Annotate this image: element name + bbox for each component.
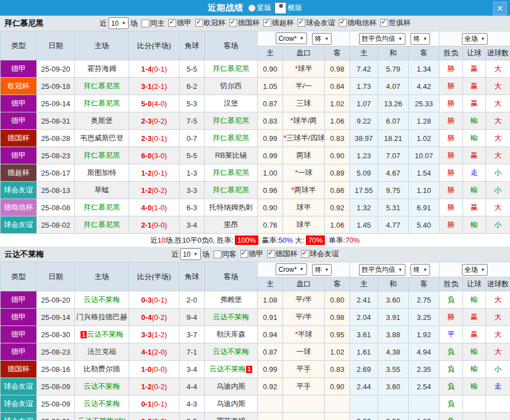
europe-odds-select[interactable]: 胜平负均值 xyxy=(359,33,405,45)
team-name-link[interactable]: 云达不莱梅 xyxy=(84,382,120,390)
team-name-link[interactable]: 拜仁慕尼黑 xyxy=(84,151,120,159)
team-name-link[interactable]: 拜仁慕尼黑 xyxy=(84,99,120,107)
recent-results-panel: 近期战绩 竖版 横版 拜仁慕尼黑 近 10 场 同主 德甲欧冠杯德国杯德超杯球会… xyxy=(0,0,510,420)
team-name-link[interactable]: 云达不莱梅 xyxy=(84,295,120,304)
away-team-cell: 弗赖堡 xyxy=(205,291,258,309)
team-name-link[interactable]: 拜仁慕尼黑 xyxy=(84,203,120,211)
final-odds-select-2[interactable]: 终 xyxy=(410,33,430,45)
score-cell: 1-0(0-0) xyxy=(129,361,180,378)
corner-cell: 3-4 xyxy=(180,216,205,234)
team-name-link[interactable]: 拜仁慕尼黑 xyxy=(213,64,249,73)
europe-draw-odds-cell: 6.07 xyxy=(378,112,409,130)
scope-select[interactable]: 全场 xyxy=(462,33,488,45)
team-name-link[interactable]: 乌迪内斯 xyxy=(216,399,245,408)
live-line-star: * xyxy=(291,186,294,194)
score-cell: 0-4(0-2) xyxy=(129,309,180,326)
match-count-select[interactable]: 10 xyxy=(180,248,200,260)
team-name-link[interactable]: 拜仁慕尼黑 xyxy=(213,116,249,125)
filter-controls: 近 10 场 同主 德甲欧冠杯德国杯德超杯球会友谊德电信杯世俱杯 xyxy=(100,17,410,29)
team-name-link[interactable]: 乌迪内斯 xyxy=(216,382,245,390)
sub-header-eu-away: 客 xyxy=(409,46,440,60)
scope-group-header: 全场 xyxy=(440,262,510,277)
goals-result-cell: 大 xyxy=(486,95,510,112)
match-count-select[interactable]: 10 xyxy=(108,17,129,29)
match-row: 德甲25-09-14门兴格拉德巴赫0-4(0-2)9-4云达不莱梅0.91平/半… xyxy=(1,309,510,326)
league-filter-checkbox[interactable]: 德甲 xyxy=(237,249,263,259)
team-name-link[interactable]: 云达不莱梅 xyxy=(87,330,124,338)
team-name-link[interactable]: 云达不莱梅 xyxy=(84,399,120,408)
league-filter-checkbox[interactable]: 欧冠杯 xyxy=(192,18,225,28)
league-filter-checkbox[interactable]: 德电信杯 xyxy=(336,18,376,28)
final-odds-select[interactable]: 终 xyxy=(312,33,332,45)
team-name-link[interactable]: 奥斯堡 xyxy=(91,116,113,125)
layout-radio-horizontal[interactable]: 横版 xyxy=(273,2,303,14)
league-filter-checkbox[interactable]: 球会友谊 xyxy=(298,249,339,259)
handicap-result-cell: 輸 xyxy=(463,343,486,361)
team-name-link[interactable]: 草蜢 xyxy=(95,186,109,194)
result-cell: 勝 xyxy=(440,147,463,164)
handicap-away-odds-cell: 1.02 xyxy=(325,343,350,361)
team-name-link[interactable]: 切尔西 xyxy=(220,82,242,90)
league-filter-checkbox[interactable]: 球会友谊 xyxy=(294,18,335,28)
team-name-link[interactable]: 云达不莱梅 xyxy=(213,347,249,356)
team-name-link[interactable]: 里昂 xyxy=(224,220,238,229)
league-filter-checkbox[interactable]: 德甲 xyxy=(165,18,191,28)
summary-text: 场,胜10平0负0, 胜率: xyxy=(166,236,233,244)
team-name-link[interactable]: 云达不莱梅 xyxy=(213,313,249,321)
match-row: 球会友谊25-08-09云达不莱梅1-2(0-2)4-4乌迪内斯0.92平手0.… xyxy=(1,378,510,395)
date-cell: 25-09-14 xyxy=(37,309,75,326)
team-name-link[interactable]: 云达不莱梅 xyxy=(209,365,245,373)
same-venue-checkbox[interactable]: 同客 xyxy=(210,249,237,259)
handicap-home-odds-cell: 0.87 xyxy=(258,95,283,112)
match-row: 德甲25-08-23法兰克福4-1(2-0)7-1云达不莱梅0.87一球1.02… xyxy=(1,343,510,361)
europe-home-odds-cell: 1.23 xyxy=(350,147,378,164)
final-odds-select-2[interactable]: 终 xyxy=(410,264,430,276)
live-line-star: * xyxy=(295,64,298,73)
team-name-link[interactable]: 霍芬海姆 xyxy=(87,64,116,73)
europe-odds-select[interactable]: 胜平负均值 xyxy=(359,264,405,276)
team-name-link[interactable]: 拜仁慕尼黑 xyxy=(84,220,120,229)
same-venue-checkbox[interactable]: 同主 xyxy=(138,18,164,29)
match-row: 球会友谊25-08-09云达不莱梅0-1(0-1)4-3乌迪内斯負 xyxy=(1,395,510,413)
team-name-link[interactable]: 法兰克福 xyxy=(87,347,116,356)
team-name-link[interactable]: 霍芬海姆 xyxy=(216,417,245,420)
team-name-link[interactable]: 拜仁慕尼黑 xyxy=(213,134,249,142)
team-name-link[interactable]: 汉堡 xyxy=(224,99,238,107)
europe-away-odds-cell: 25.33 xyxy=(409,95,440,112)
europe-draw-odds-cell: 3.88 xyxy=(378,326,409,343)
competition-type-cell: 球会友谊 xyxy=(1,182,37,199)
team-name-link[interactable]: 比勒费尔德 xyxy=(84,365,120,373)
same-venue-label: 同主 xyxy=(150,18,164,29)
score-cell: 3-3(1-2) xyxy=(129,326,180,343)
scope-select[interactable]: 全场 xyxy=(462,264,488,276)
date-cell: 25-08-09 xyxy=(37,395,75,413)
home-team-cell: 拜仁慕尼黑 xyxy=(75,199,129,216)
close-button[interactable] xyxy=(493,2,507,15)
team-name-link[interactable]: 云达不莱梅(中) xyxy=(78,417,126,420)
team-name-link[interactable]: 弗赖堡 xyxy=(220,295,242,304)
final-odds-select[interactable]: 终 xyxy=(312,264,332,276)
team-name-link[interactable]: 韦恩威斯巴登 xyxy=(80,134,124,142)
checkbox-icon xyxy=(195,19,203,27)
home-team-cell: 霍芬海姆 xyxy=(75,60,129,78)
competition-type-cell: 德甲 xyxy=(1,60,37,78)
team-name-link[interactable]: 斯图加特 xyxy=(87,168,116,177)
team-name-link[interactable]: 门兴格拉德巴赫 xyxy=(77,313,128,321)
team-name-link[interactable]: 拜仁慕尼黑 xyxy=(213,186,249,194)
team-name-link[interactable]: 托特纳姆热刺 xyxy=(209,203,253,211)
team-name-link[interactable]: RB莱比锡 xyxy=(215,151,247,159)
league-filter-checkbox[interactable]: 德国杯 xyxy=(226,18,259,28)
team-name-link[interactable]: 拜仁慕尼黑 xyxy=(84,82,120,90)
league-filter-checkbox[interactable]: 德国杯 xyxy=(264,249,298,259)
league-filter-checkbox[interactable]: 世俱杯 xyxy=(377,18,410,28)
team-name-link[interactable]: 勒沃库森 xyxy=(216,330,245,338)
bookmaker-select[interactable]: Crow* xyxy=(276,32,307,44)
league-filter-list: 德甲德国杯球会友谊 xyxy=(237,249,339,259)
league-filter-checkbox[interactable]: 德超杯 xyxy=(260,18,294,28)
layout-radio-vertical[interactable]: 竖版 xyxy=(245,3,272,13)
competition-type-cell: 德甲 xyxy=(1,147,37,164)
sub-header-eu-home: 主 xyxy=(350,277,378,291)
europe-away-odds-cell: 1.34 xyxy=(409,60,440,78)
bookmaker-select[interactable]: Crow* xyxy=(276,263,307,275)
team-name-link[interactable]: 拜仁慕尼黑 xyxy=(213,168,249,177)
